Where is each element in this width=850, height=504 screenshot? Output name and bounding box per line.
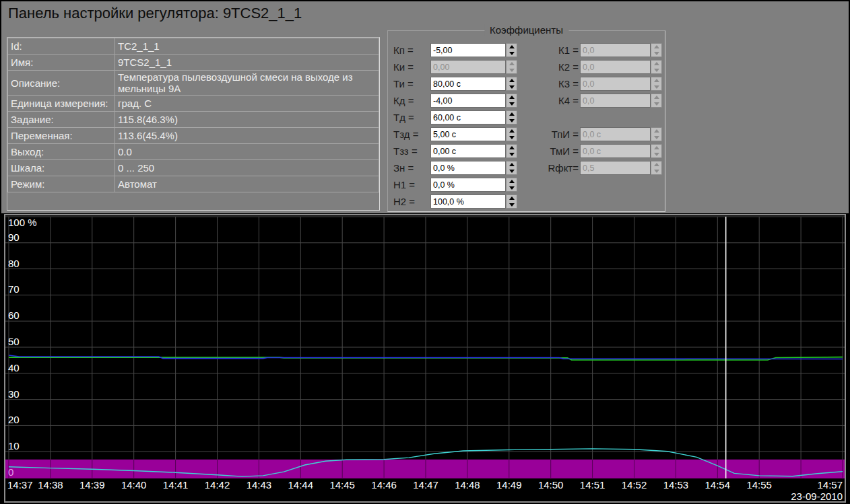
coef-label-K1: К1 = <box>511 43 579 57</box>
x-tick-label: 14:43 <box>247 479 272 491</box>
spin-down-button[interactable] <box>506 118 517 124</box>
info-row-label: Переменная: <box>8 128 115 144</box>
y-tick-label: 80 <box>8 258 20 269</box>
spin-up-button <box>651 44 661 50</box>
coef-label-K4: К4 = <box>511 94 579 108</box>
triangle-up-icon <box>654 96 659 99</box>
coef-row-N2: Н2 = <box>388 194 665 209</box>
triangle-down-icon <box>509 119 515 122</box>
info-row-value: 0 ... 250 <box>115 160 379 176</box>
coef-label-TmI: ТмИ = <box>511 144 579 158</box>
coef-spinner-Td <box>506 110 517 124</box>
spin-down-button <box>651 50 661 57</box>
info-row-label: Id: <box>8 38 115 55</box>
spin-up-button[interactable] <box>506 111 517 118</box>
y-tick-label: 0 <box>8 466 13 478</box>
y-tick-label: 40 <box>8 362 20 373</box>
coef-label-K3: К3 = <box>511 77 579 91</box>
spin-up-button[interactable] <box>506 195 517 202</box>
magenta-band <box>5 460 845 478</box>
x-tick-label: 14:39 <box>79 479 105 491</box>
coef-row-K1: К1 = <box>388 43 665 57</box>
x-tick-label: 14:44 <box>288 479 314 491</box>
settings-panel: Панель настройки регулятора: 9TCS2_1_1 I… <box>1 1 849 213</box>
info-table-row: Режим:Автомат <box>8 176 379 192</box>
spin-down-button <box>651 151 661 158</box>
y-tick-label: 30 <box>8 388 20 400</box>
x-tick-label: 14:57 <box>817 479 843 491</box>
spin-down-button <box>651 101 661 108</box>
x-tick-label: 14:52 <box>622 479 647 491</box>
triangle-down-icon <box>509 186 515 190</box>
coefficients-legend: Коэффициенты <box>484 24 568 36</box>
info-table-row: Выход:0.0 <box>8 144 379 160</box>
coef-spinner-K1 <box>651 43 662 57</box>
y-tick-label: 50 <box>8 336 20 347</box>
coef-input-Td[interactable] <box>430 110 506 124</box>
coef-row-Rfkt: Rфкт= <box>388 161 665 175</box>
coef-input-K3 <box>580 77 651 91</box>
x-tick-label: 14:51 <box>580 479 606 491</box>
triangle-down-icon <box>654 136 659 139</box>
spin-down-button[interactable] <box>506 202 517 209</box>
y-tick-label: 70 <box>8 283 20 295</box>
coef-row-N1: Н1 = <box>388 178 665 192</box>
coef-label-TpI: ТпИ = <box>511 127 579 141</box>
info-row-value: 113.6(45.4%) <box>115 128 379 144</box>
info-table-row: Описание:Температура пылевоздушной смеси… <box>8 71 379 96</box>
spin-up-button <box>651 61 661 67</box>
coef-input-N1[interactable] <box>430 178 506 192</box>
info-table-row: Шкала:0 ... 250 <box>8 160 379 176</box>
coef-row-Td: Тд = <box>388 110 665 124</box>
info-table-row: Единица измерения:град. C <box>8 96 379 112</box>
spin-up-button[interactable] <box>506 178 517 185</box>
x-tick-label: 14:48 <box>455 479 480 491</box>
y-tick-label: 10 <box>8 440 20 452</box>
date-label: 23-09-2010 <box>791 491 843 501</box>
info-row-label: Имя: <box>8 55 115 71</box>
info-row-label: Шкала: <box>8 160 115 176</box>
info-row-value: 115.8(46.3%) <box>115 112 379 128</box>
trend-plot[interactable]: 0102030405060708090100 %14:3714:3814:391… <box>5 215 845 501</box>
coef-row-TpI: ТпИ = <box>388 127 665 141</box>
x-tick-label: 14:42 <box>205 479 230 491</box>
triangle-up-icon <box>654 163 659 166</box>
info-table-row: Переменная:113.6(45.4%) <box>8 128 379 144</box>
info-row-value: 0.0 <box>115 144 379 160</box>
triangle-down-icon <box>654 69 659 72</box>
x-tick-label: 14:55 <box>746 479 772 491</box>
info-table-row: Id:TC2_1_1 <box>8 38 379 55</box>
coef-label-K2: К2 = <box>511 60 579 74</box>
triangle-down-icon <box>654 52 659 55</box>
trend-chart[interactable]: 0102030405060708090100 %14:3714:3814:391… <box>4 214 846 503</box>
info-row-value: TC2_1_1 <box>115 38 379 55</box>
triangle-down-icon <box>654 153 659 156</box>
coef-label-N1: Н1 = <box>393 178 428 192</box>
y-tick-label: 60 <box>8 310 20 321</box>
coef-input-TmI <box>580 144 651 158</box>
spin-down-button <box>651 168 661 175</box>
y-tick-label: 90 <box>8 231 20 243</box>
x-tick-label: 14:54 <box>705 479 731 491</box>
coef-input-K1 <box>580 43 651 57</box>
x-tick-label: 14:40 <box>121 479 147 491</box>
info-row-value: Температура пылевоздушной смеси на выход… <box>115 71 379 96</box>
coef-spinner-K2 <box>651 60 662 74</box>
coef-input-K2 <box>580 60 651 74</box>
info-row-value: Автомат <box>115 176 379 192</box>
x-tick-label: 14:37 <box>7 479 33 491</box>
y-tick-label: 20 <box>8 414 20 425</box>
info-table-row: Задание:115.8(46.3%) <box>8 112 379 128</box>
coef-row-K2: К2 = <box>388 60 665 74</box>
spin-down-button[interactable] <box>506 185 517 192</box>
spin-up-button <box>651 161 661 168</box>
triangle-down-icon <box>654 85 659 89</box>
coef-spinner-K3 <box>651 77 662 91</box>
triangle-down-icon <box>509 203 515 207</box>
regulator-info-table: Id:TC2_1_1Имя:9TCS2_1_1Описание:Температ… <box>7 38 379 192</box>
triangle-up-icon <box>654 45 659 48</box>
x-tick-label: 14:47 <box>413 479 438 491</box>
info-row-label: Выход: <box>8 144 115 160</box>
coef-input-N2[interactable] <box>430 194 506 209</box>
info-row-label: Описание: <box>8 71 115 96</box>
